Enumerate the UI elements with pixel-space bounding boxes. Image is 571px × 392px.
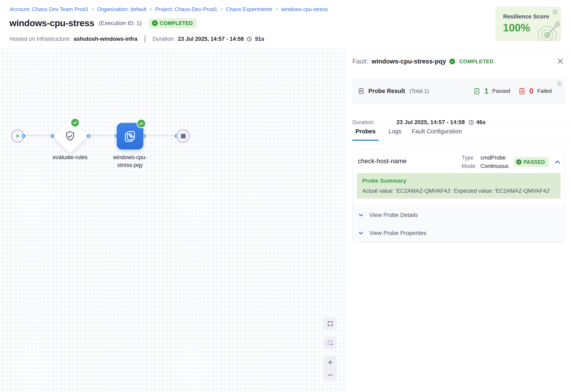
- zoom-controls: [324, 356, 337, 381]
- infrastructure-name: ashutosh-windows-infra: [74, 36, 137, 42]
- failed-label: Failed: [537, 88, 552, 94]
- resilience-score-title: Resilience Score: [503, 13, 549, 20]
- connector-point: [22, 134, 25, 138]
- fault-label: Fault:: [352, 58, 368, 65]
- page-header: Account: Chaos Dev Team Prod1 › Organiza…: [0, 0, 571, 48]
- clipboard-x-icon: [518, 87, 526, 95]
- passed-label: Passed: [492, 88, 510, 94]
- info-icon[interactable]: [553, 10, 557, 14]
- title-row: windows-cpu-stress (Execution ID: 1) COM…: [9, 18, 196, 28]
- probe-mode-value: Continuous: [480, 163, 509, 169]
- probe-type-mode: Type cmdProbe Mode Continuous: [462, 155, 509, 169]
- chevron-down-icon: [358, 230, 364, 236]
- execution-id: (Execution ID: 1): [99, 20, 142, 27]
- fullscreen-button[interactable]: [324, 317, 337, 330]
- chevron-up-icon[interactable]: [554, 158, 561, 166]
- target-illustration: [537, 18, 561, 41]
- stop-icon: [181, 134, 186, 139]
- end-node[interactable]: [177, 129, 190, 142]
- check-circle-icon: [516, 159, 522, 165]
- workflow-canvas[interactable]: evaluate-rules windows-cpu-stress-pqy: [0, 49, 346, 392]
- success-badge-icon: [136, 119, 146, 128]
- tab-fault-configuration[interactable]: Fault Configuration: [411, 123, 462, 141]
- breadcrumb-account[interactable]: Account: Chaos Dev Team Prod1: [10, 6, 89, 13]
- breadcrumb-current-experiment[interactable]: windows-cpu-stress: [281, 6, 328, 13]
- check-circle-icon: [449, 58, 455, 64]
- view-probe-details-label: View Probe Details: [369, 212, 418, 218]
- shield-check-icon: [64, 130, 76, 142]
- probe-summary-box: Probe Summary Actual value: 'EC2AMAZ-QMV…: [357, 173, 560, 199]
- experiment-status-badge: COMPLETED: [149, 18, 196, 28]
- probe-mode-label: Mode: [462, 163, 480, 169]
- tab-probes[interactable]: Probes: [352, 123, 379, 141]
- probe-card-header[interactable]: check-host-name Type cmdProbe Mode Conti…: [353, 149, 565, 169]
- connector-point: [51, 134, 54, 138]
- probe-result-left: Probe Result (Total 1): [358, 88, 429, 95]
- breadcrumb-organization[interactable]: Organization: default: [97, 6, 147, 13]
- view-probe-properties-toggle[interactable]: View Probe Properties: [358, 225, 565, 241]
- view-probe-details-toggle[interactable]: View Probe Details: [358, 207, 565, 224]
- chaos-fault-icon: [123, 129, 137, 143]
- probe-result-counts: 1 Passed 0 Failed: [473, 87, 552, 96]
- breadcrumb-separator: ›: [276, 6, 278, 13]
- clipboard-icon: [358, 88, 365, 95]
- fullscreen-icon: [327, 321, 333, 327]
- probe-card-check-host-name: check-host-name Type cmdProbe Mode Conti…: [352, 149, 565, 242]
- hosted-on-label: Hosted on Infrastructure:: [10, 36, 71, 42]
- probe-name: check-host-name: [358, 155, 407, 165]
- node-evaluate-rules[interactable]: [53, 119, 88, 154]
- chevron-down-icon: [358, 212, 364, 218]
- fault-panel-tabs: Probes Logs Fault Configuration: [346, 123, 571, 141]
- probe-summary-title: Probe Summary: [362, 178, 555, 184]
- probe-result-total: (Total 1): [410, 88, 429, 94]
- probe-type-value: cmdProbe: [480, 155, 506, 161]
- clipboard-check-icon: [473, 87, 481, 95]
- node-label-windows-cpu-stress-pqy: windows-cpu-stress-pqy: [113, 154, 148, 169]
- probe-status-badge: PASSED: [514, 157, 549, 167]
- breadcrumb-project[interactable]: Project: Chaos-Dev-Prod1: [155, 6, 217, 13]
- duration-label: Duration:: [153, 36, 175, 42]
- probe-card-footer: View Probe Details View Probe Properties: [353, 205, 565, 242]
- experiment-meta-row: Hosted on Infrastructure: ashutosh-windo…: [10, 35, 264, 42]
- probe-result-title: Probe Result: [368, 88, 405, 94]
- breadcrumb-separator: ›: [221, 6, 223, 13]
- fault-status-text: COMPLETED: [459, 58, 494, 65]
- zoom-in-icon[interactable]: [327, 359, 333, 365]
- node-label-evaluate-rules: evaluate-rules: [45, 154, 95, 161]
- success-badge-icon: [70, 118, 80, 127]
- experiment-status-text: COMPLETED: [160, 20, 193, 26]
- duration-elapsed: 51s: [255, 36, 264, 42]
- pipeline-connector-line: [18, 135, 183, 136]
- clock-icon: [247, 36, 252, 42]
- resilience-score-value: 100%: [503, 22, 530, 34]
- meta-divider: [145, 35, 145, 42]
- fault-details-panel: Fault: windows-cpu-stress-pqy COMPLETED …: [346, 49, 571, 392]
- check-circle-icon: [152, 20, 158, 26]
- page-title: windows-cpu-stress: [9, 18, 94, 28]
- duration-value: 23 Jul 2025, 14:57 - 14:58: [178, 36, 244, 42]
- selection-tool-button[interactable]: [324, 336, 337, 349]
- fault-name: windows-cpu-stress-pqy: [372, 58, 446, 65]
- zoom-out-icon[interactable]: [327, 372, 333, 378]
- probe-summary-text: Actual value: 'EC2AMAZ-QMVAF4J'. Expecte…: [362, 188, 555, 194]
- play-icon: [15, 133, 21, 139]
- breadcrumb-separator: ›: [150, 6, 152, 13]
- failed-count: 0: [529, 87, 534, 96]
- info-icon[interactable]: [557, 81, 562, 86]
- fault-header: Fault: windows-cpu-stress-pqy COMPLETED: [352, 58, 553, 65]
- resilience-score-card: Resilience Score 100%: [495, 7, 561, 41]
- marquee-select-icon: [327, 340, 333, 346]
- tab-logs[interactable]: Logs: [388, 123, 402, 141]
- chaos-experiment-run-page: Account: Chaos Dev Team Prod1 › Organiza…: [0, 0, 571, 392]
- breadcrumb-chaos-experiments[interactable]: Chaos Experiments: [226, 6, 272, 13]
- probe-type-label: Type: [462, 155, 480, 161]
- connector-point: [87, 134, 90, 138]
- probe-status-text: PASSED: [524, 159, 545, 165]
- close-icon[interactable]: [557, 57, 564, 65]
- probe-result-summary-card: Probe Result (Total 1) 1 Passed 0 Failed: [352, 78, 565, 104]
- passed-count: 1: [484, 87, 489, 96]
- breadcrumb: Account: Chaos Dev Team Prod1 › Organiza…: [10, 6, 328, 13]
- view-probe-properties-label: View Probe Properties: [369, 230, 426, 236]
- breadcrumb-separator: ›: [92, 6, 94, 13]
- probe-meta: Type cmdProbe Mode Continuous PASSED: [462, 155, 561, 169]
